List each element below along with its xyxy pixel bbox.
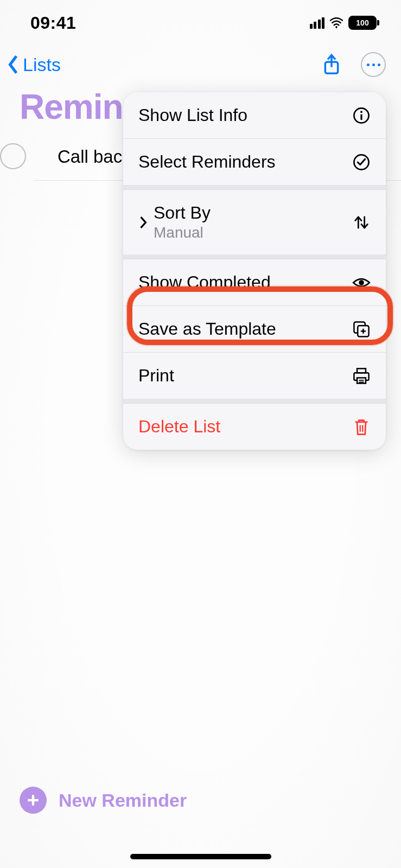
- back-button[interactable]: Lists: [8, 54, 61, 75]
- status-indicators: 100: [310, 16, 380, 30]
- sort-value: Manual: [154, 224, 211, 241]
- status-time: 09:41: [30, 13, 76, 33]
- home-indicator[interactable]: [130, 854, 271, 859]
- trash-icon: [352, 418, 371, 436]
- svg-rect-5: [360, 114, 362, 119]
- menu-label: Delete List: [138, 417, 220, 437]
- annotation-highlight: [127, 286, 393, 345]
- more-button[interactable]: [361, 52, 386, 77]
- svg-point-4: [360, 111, 362, 113]
- svg-point-7: [359, 280, 364, 285]
- battery-icon: 100: [348, 16, 379, 30]
- plus-circle-icon: [20, 787, 47, 814]
- new-reminder-label: New Reminder: [59, 790, 187, 811]
- ellipsis-icon: [367, 63, 370, 66]
- back-label: Lists: [23, 54, 61, 75]
- menu-label: Select Reminders: [138, 152, 276, 172]
- new-reminder-button[interactable]: New Reminder: [20, 787, 187, 814]
- wifi-icon: [329, 17, 344, 29]
- chevron-left-icon: [8, 55, 20, 74]
- share-icon[interactable]: [322, 53, 341, 76]
- reminder-text: Call back: [53, 146, 131, 167]
- menu-label: Sort By: [154, 203, 211, 223]
- checkmark-circle-icon: [352, 153, 371, 171]
- info-icon: [352, 106, 371, 125]
- cellular-signal-icon: [310, 17, 325, 29]
- sort-arrows-icon: [352, 213, 371, 232]
- battery-level: 100: [348, 16, 377, 30]
- navigation-bar: Lists: [0, 38, 401, 85]
- menu-show-list-info[interactable]: Show List Info: [123, 92, 386, 138]
- context-menu: Show List Info Select Reminders Sort By …: [123, 92, 386, 450]
- menu-select-reminders[interactable]: Select Reminders: [123, 138, 386, 185]
- printer-icon: [352, 367, 371, 385]
- menu-sort-by[interactable]: Sort By Manual: [123, 189, 386, 254]
- status-bar: 09:41 100: [0, 0, 401, 38]
- menu-print[interactable]: Print: [123, 352, 386, 399]
- svg-point-0: [335, 26, 338, 28]
- menu-label: Print: [138, 366, 174, 386]
- menu-delete-list[interactable]: Delete List: [123, 403, 386, 450]
- chevron-right-icon: [138, 216, 148, 229]
- menu-label: Show List Info: [138, 105, 247, 125]
